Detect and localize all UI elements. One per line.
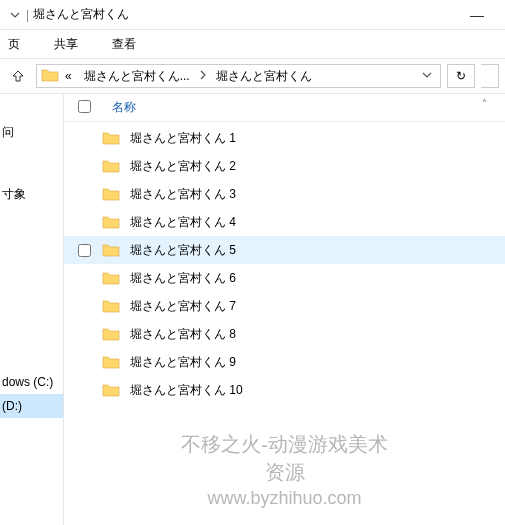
list-item[interactable]: 堀さんと宮村くん 6: [64, 264, 505, 292]
folder-icon: [102, 187, 124, 201]
tab-share[interactable]: 共享: [46, 32, 86, 57]
address-bar[interactable]: « 堀さんと宮村くん... 堀さんと宮村くん: [36, 64, 441, 88]
watermark-line1: 不移之火-动漫游戏美术资源: [174, 430, 395, 486]
minimize-button[interactable]: —: [457, 7, 497, 23]
list-item[interactable]: 堀さんと宮村くん 1: [64, 124, 505, 152]
folder-icon: [102, 243, 124, 257]
item-name: 堀さんと宮村くん 9: [124, 354, 236, 371]
items-container: 堀さんと宮村くん 1堀さんと宮村くん 2堀さんと宮村くん 3堀さんと宮村くん 4…: [64, 122, 505, 404]
folder-icon: [102, 299, 124, 313]
folder-icon: [102, 131, 124, 145]
breadcrumb-prefix[interactable]: «: [59, 69, 78, 83]
nav-drive-d[interactable]: (D:): [0, 394, 63, 418]
breadcrumb-1[interactable]: 堀さんと宮村くん...: [78, 68, 196, 85]
chevron-right-icon[interactable]: [196, 69, 210, 83]
row-checkbox[interactable]: [78, 244, 102, 257]
nav-item[interactable]: [0, 206, 63, 230]
file-list-area: 名称 ˄ 堀さんと宮村くん 1堀さんと宮村くん 2堀さんと宮村くん 3堀さんと宮…: [64, 94, 505, 525]
titlebar-separator: |: [22, 8, 33, 22]
list-item[interactable]: 堀さんと宮村くん 10: [64, 376, 505, 404]
item-name: 堀さんと宮村くん 3: [124, 186, 236, 203]
up-button[interactable]: [6, 64, 30, 88]
list-item[interactable]: 堀さんと宮村くん 7: [64, 292, 505, 320]
item-name: 堀さんと宮村くん 8: [124, 326, 236, 343]
address-dropdown-icon[interactable]: [418, 69, 436, 83]
watermark-line2: www.byzhihuo.com: [174, 486, 395, 511]
refresh-button[interactable]: ↻: [447, 64, 475, 88]
folder-icon: [102, 355, 124, 369]
select-all-checkbox[interactable]: [78, 100, 102, 116]
item-name: 堀さんと宮村くん 7: [124, 298, 236, 315]
folder-icon: [102, 271, 124, 285]
list-item[interactable]: 堀さんと宮村くん 5: [64, 236, 505, 264]
item-name: 堀さんと宮村くん 6: [124, 270, 236, 287]
tab-home[interactable]: 页: [0, 32, 28, 57]
item-name: 堀さんと宮村くん 1: [124, 130, 236, 147]
list-item[interactable]: 堀さんと宮村くん 8: [64, 320, 505, 348]
list-item[interactable]: 堀さんと宮村くん 3: [64, 180, 505, 208]
item-name: 堀さんと宮村くん 5: [124, 242, 236, 259]
nav-item[interactable]: 问: [0, 120, 63, 144]
window-titlebar: | 堀さんと宮村くん —: [0, 0, 505, 30]
folder-icon: [102, 215, 124, 229]
column-header-name[interactable]: 名称: [102, 99, 136, 116]
search-area-partial[interactable]: [481, 64, 499, 88]
list-item[interactable]: 堀さんと宮村くん 9: [64, 348, 505, 376]
folder-icon: [41, 68, 59, 85]
nav-item[interactable]: [0, 144, 63, 168]
folder-icon: [102, 383, 124, 397]
ribbon-tabs: 页 共享 查看: [0, 30, 505, 58]
navigation-pane: 问 寸象 dows (C:) (D:): [0, 94, 64, 525]
nav-item[interactable]: 寸象: [0, 182, 63, 206]
qat-dropdown-icon[interactable]: [8, 10, 22, 20]
sort-indicator-icon: ˄: [482, 98, 487, 109]
tab-view[interactable]: 查看: [104, 32, 144, 57]
breadcrumb-2[interactable]: 堀さんと宮村くん: [210, 68, 318, 85]
folder-icon: [102, 159, 124, 173]
watermark: 不移之火-动漫游戏美术资源 www.byzhihuo.com: [174, 430, 395, 511]
refresh-icon: ↻: [456, 69, 466, 83]
nav-drive-c[interactable]: dows (C:): [0, 370, 63, 394]
item-name: 堀さんと宮村くん 4: [124, 214, 236, 231]
folder-icon: [102, 327, 124, 341]
item-name: 堀さんと宮村くん 2: [124, 158, 236, 175]
column-header-row: 名称 ˄: [64, 94, 505, 122]
item-name: 堀さんと宮村くん 10: [124, 382, 243, 399]
address-row: « 堀さんと宮村くん... 堀さんと宮村くん ↻: [0, 58, 505, 94]
list-item[interactable]: 堀さんと宮村くん 2: [64, 152, 505, 180]
window-title: 堀さんと宮村くん: [33, 6, 129, 23]
list-item[interactable]: 堀さんと宮村くん 4: [64, 208, 505, 236]
